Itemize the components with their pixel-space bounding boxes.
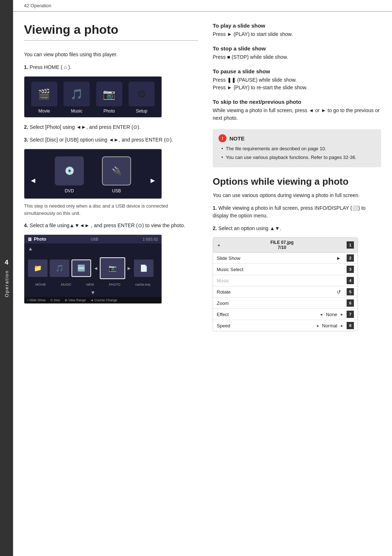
topbar-label: 42 Operation xyxy=(24,3,51,8)
movie-icon: 🎬 xyxy=(31,82,57,106)
label-music: MUSIC xyxy=(61,283,72,286)
skip-text: While viewing a photo in full screen, pr… xyxy=(213,107,381,122)
options-step-1: 1. While viewing a photo in full screen,… xyxy=(213,204,381,220)
photo-browser-screenshot: 🖼 Photo USB 1 50/1 02 ▲ 📁 🎵 🆕 xyxy=(24,234,162,304)
home-menu-items: 🎬 Movie 🎵 Music 📷 Photo ⚙ xyxy=(28,82,158,114)
slideshow-value: ► xyxy=(336,255,341,261)
usb-icon: 🔌 xyxy=(102,156,131,185)
speed-arrow-right: ► xyxy=(340,324,344,328)
step-1: 1. Press HOME ( ⌂ ). xyxy=(24,64,198,71)
dvd-device: 💿 DVD xyxy=(55,156,84,193)
play-section: To play a slide show Press ► (PLAY) to s… xyxy=(213,23,381,38)
step3-label: 3. xyxy=(24,137,28,143)
options-step1-text: While viewing a photo in full screen, pr… xyxy=(213,205,366,218)
option-row-speed: Speed ◄ Normal ► 8 xyxy=(213,320,358,331)
option-badge-2: 2 xyxy=(347,254,354,262)
pause-line1: Press ❚❚ (PAUSE) while slide show. xyxy=(213,76,381,84)
play-text: Press ► (PLAY) to start slide show. xyxy=(213,30,381,38)
option-row-effect: Effect ◄ None ► 7 xyxy=(213,309,358,320)
note-list: The file requirements are described on p… xyxy=(219,145,375,161)
options-step-2: 2. Select an option using ▲▼. xyxy=(213,225,381,232)
speed-arrow-left: ◄ xyxy=(315,324,319,328)
note-item-1: The file requirements are described on p… xyxy=(221,145,375,152)
photo-browser-footer: • Slide Show ⊙ Disc ⊕ View Range ◄ Cours… xyxy=(24,297,162,303)
usb-device: 🔌 USB xyxy=(102,156,131,193)
chapter-label: Operation xyxy=(4,270,9,297)
effect-arrow-right: ► xyxy=(340,312,344,316)
home-menu-screenshot: 🎬 Movie 🎵 Music 📷 Photo ⚙ xyxy=(24,76,162,118)
music-icon: 🎵 xyxy=(64,82,90,106)
option-badge-3: 3 xyxy=(347,266,354,273)
footer-viewrange: ⊕ View Range xyxy=(65,298,86,302)
music-label-dimmed: Music xyxy=(217,278,344,283)
setup-label: Setup xyxy=(136,109,147,114)
main-content: 42 Operation Viewing a photo You can vie… xyxy=(13,0,392,556)
pause-line2: Press ► (PLAY) to re-start the slide sho… xyxy=(213,84,381,91)
option-badge-5: 5 xyxy=(347,288,354,295)
zoom-label: Zoom xyxy=(217,301,344,306)
note-icon: ! xyxy=(219,134,226,142)
prev-arrow-icon: ◄ xyxy=(93,265,98,271)
speed-label: Speed xyxy=(217,323,315,328)
top-bar: 42 Operation xyxy=(13,0,392,12)
dvd-label: DVD xyxy=(65,188,74,193)
effect-arrow-left: ◄ xyxy=(319,312,323,316)
thumb-2: 🎵 xyxy=(50,259,69,277)
pause-heading: To pause a slide show xyxy=(213,68,381,74)
stop-heading: To stop a slide show xyxy=(213,45,381,52)
thumb-3: 🆕 xyxy=(72,259,91,277)
step1-text: Press HOME ( xyxy=(30,64,62,70)
photo-browser-subtitle: USB xyxy=(91,237,98,241)
footer-coursechange: ◄ Course Change xyxy=(90,298,117,302)
skip-section: To skip to the next/previous photo While… xyxy=(213,99,381,122)
options-step2-num: 2. xyxy=(213,225,217,231)
effect-label: Effect xyxy=(217,312,319,317)
menu-item-music: 🎵 Music xyxy=(64,82,90,114)
up-arrow-icon: ▲ xyxy=(28,246,33,252)
thumb-1: 📁 xyxy=(28,259,48,277)
option-badge-1: 1 xyxy=(347,241,354,249)
option-badge-7: 7 xyxy=(347,311,354,318)
left-arrow-top: ◄ xyxy=(217,243,220,247)
label-cache: cache.tmp xyxy=(135,283,151,286)
thumb-4: 📄 xyxy=(134,259,154,277)
usb-label: USB xyxy=(112,188,121,193)
thumb-selected: 📷 xyxy=(100,257,125,279)
option-badge-8: 8 xyxy=(347,322,354,329)
right-column: To play a slide show Press ► (PLAY) to s… xyxy=(213,23,381,545)
photo-browser-content: 📁 🎵 🆕 ◄ 📷 ► 📄 xyxy=(24,254,162,283)
options-title: Options while viewing a photo xyxy=(213,176,381,187)
page-wrapper: 4 Operation 42 Operation Viewing a photo… xyxy=(0,0,392,556)
step4-text: Select a file using▲▼◄► , and press ENTE… xyxy=(30,222,185,228)
arrow-left-icon: ◄ xyxy=(29,156,37,193)
chapter-number: 4 xyxy=(5,259,8,266)
label-photo: PHOTO xyxy=(109,283,121,286)
photo-browser-title: 🖼 Photo xyxy=(28,237,46,242)
side-tab: 4 Operation xyxy=(0,0,13,556)
musicselect-label: Music Select xyxy=(217,267,344,272)
option-menu-screenshot: ◄ FILE 07.jpg 7/10 1 Slide Show ► 2 xyxy=(213,237,358,331)
label-movie: MOVIE xyxy=(36,283,46,286)
option-row-rotate: Rotate ↺ 5 xyxy=(213,286,358,298)
option-menu-file: FILE 07.jpg 7/10 xyxy=(220,240,344,250)
step2-label: 2. xyxy=(24,124,28,130)
footer-slideshow: • Slide Show xyxy=(27,298,46,302)
speed-value: Normal xyxy=(322,323,337,328)
rotate-label: Rotate xyxy=(217,289,334,295)
options-intro: You can use various options during viewi… xyxy=(213,192,381,199)
slideshow-label: Slide Show xyxy=(217,255,333,261)
step4-label: 4. xyxy=(24,222,28,228)
music-label: Music xyxy=(71,109,82,114)
menu-item-photo: 📷 Photo xyxy=(96,82,122,114)
option-row-slideshow: Slide Show ► 2 xyxy=(213,253,358,264)
option-row-music: Music 4 xyxy=(213,275,358,286)
arrow-right-icon: ► xyxy=(149,156,156,193)
home-icon: ⌂ xyxy=(64,64,67,70)
option-row-zoom: Zoom 6 xyxy=(213,298,358,309)
pause-section: To pause a slide show Press ❚❚ (PAUSE) w… xyxy=(213,68,381,91)
play-heading: To play a slide show xyxy=(213,23,381,29)
menu-item-movie: 🎬 Movie xyxy=(31,82,57,114)
options-step2-text: Select an option using ▲▼. xyxy=(219,225,281,231)
setup-icon: ⚙ xyxy=(128,82,155,106)
step-note: This step is needed only when a disc and… xyxy=(24,203,198,217)
